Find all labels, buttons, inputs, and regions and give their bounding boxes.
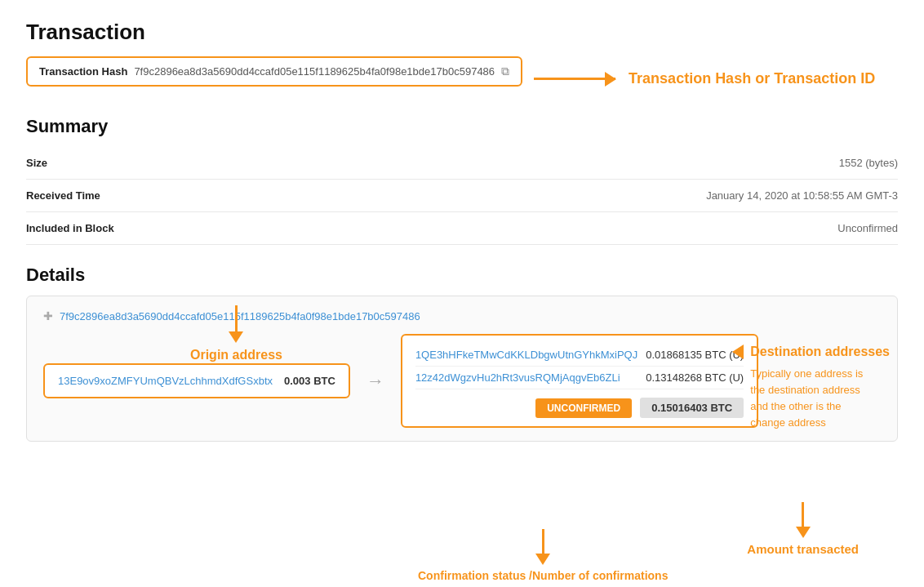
page-title: Transaction — [26, 20, 898, 45]
details-outer: ✚ 7f9c2896ea8d3a5690dd4ccafd05e115f11896… — [26, 296, 898, 548]
summary-row-label: Received Time — [26, 180, 189, 212]
transaction-hash-box: Transaction Hash 7f9c2896ea8d3a5690dd4cc… — [26, 56, 522, 87]
status-badge: UNCONFIRMED — [535, 398, 632, 418]
page-wrapper: Transaction Transaction Hash 7f9c2896ea8… — [26, 20, 898, 548]
btc-total: 0.15016403 BTC — [640, 398, 744, 418]
summary-row-value: January 14, 2020 at 10:58:55 AM GMT-3 — [189, 180, 898, 212]
dest-amount-2: 0.13148268 BTC (U) — [646, 371, 744, 384]
details-block: ✚ 7f9c2896ea8d3a5690dd4ccafd05e115f11896… — [26, 296, 898, 442]
summary-row-value: 1552 (bytes) — [189, 147, 898, 180]
flow-arrow: → — [366, 371, 384, 392]
tx-flow: 13E9ov9xoZMFYUmQBVzLchhmdXdfGSxbtx 0.003… — [43, 334, 881, 428]
hash-row-wrapper: Transaction Hash 7f9c2896ea8d3a5690dd4cc… — [26, 56, 898, 101]
summary-table: Size1552 (bytes)Received TimeJanuary 14,… — [26, 147, 898, 245]
summary-title: Summary — [26, 116, 898, 137]
summary-row: Included in BlockUnconfirmed — [26, 212, 898, 245]
details-title: Details — [26, 265, 898, 286]
summary-row: Received TimeJanuary 14, 2020 at 10:58:5… — [26, 180, 898, 212]
amount-annotation-label: Amount transacted — [747, 542, 859, 556]
origin-address[interactable]: 13E9ov9xoZMFYUmQBVzLchhmdXdfGSxbtx — [58, 375, 273, 387]
transaction-hash-label: Transaction Hash — [39, 65, 127, 78]
dest-address-2[interactable]: 12z42dWgzvHu2hRt3vusRQMjAqgvEb6ZLi — [415, 371, 620, 384]
dest-address-1[interactable]: 1QE3hHFkeTMwCdKKLDbgwUtnGYhkMxiPQJ — [415, 349, 637, 361]
transaction-hash-annotation: Transaction Hash or Transaction ID — [629, 70, 875, 87]
confirm-annotation: Confirmation status /Number of confirmat… — [418, 529, 668, 582]
summary-row-value: Unconfirmed — [189, 212, 898, 245]
details-txid-value[interactable]: 7f9c2896ea8d3a5690dd4ccafd05e115f1189625… — [60, 310, 420, 322]
summary-row-label: Included in Block — [26, 212, 189, 245]
dest-row-2: 12z42dWgzvHu2hRt3vusRQMjAqgvEb6ZLi 0.131… — [415, 367, 744, 389]
summary-row: Size1552 (bytes) — [26, 147, 898, 180]
origin-box: 13E9ov9xoZMFYUmQBVzLchhmdXdfGSxbtx 0.003… — [43, 363, 350, 398]
details-txid-row: ✚ 7f9c2896ea8d3a5690dd4ccafd05e115f11896… — [43, 309, 881, 322]
status-row: UNCONFIRMED 0.15016403 BTC — [415, 398, 744, 418]
confirm-annotation-label: Confirmation status /Number of confirmat… — [418, 569, 668, 582]
copy-icon[interactable]: ⧉ — [501, 64, 509, 78]
dest-box: 1QE3hHFkeTMwCdKKLDbgwUtnGYhkMxiPQJ 0.018… — [401, 334, 758, 428]
expand-icon[interactable]: ✚ — [43, 309, 53, 322]
summary-row-label: Size — [26, 147, 189, 180]
origin-amount: 0.003 BTC — [284, 375, 335, 387]
dest-row-1: 1QE3hHFkeTMwCdKKLDbgwUtnGYhkMxiPQJ 0.018… — [415, 344, 744, 367]
amount-annotation: Amount transacted — [747, 502, 859, 556]
dest-amount-1: 0.01868135 BTC (U) — [646, 349, 744, 361]
transaction-hash-value: 7f9c2896ea8d3a5690dd4ccafd05e115f1189625… — [134, 65, 495, 78]
